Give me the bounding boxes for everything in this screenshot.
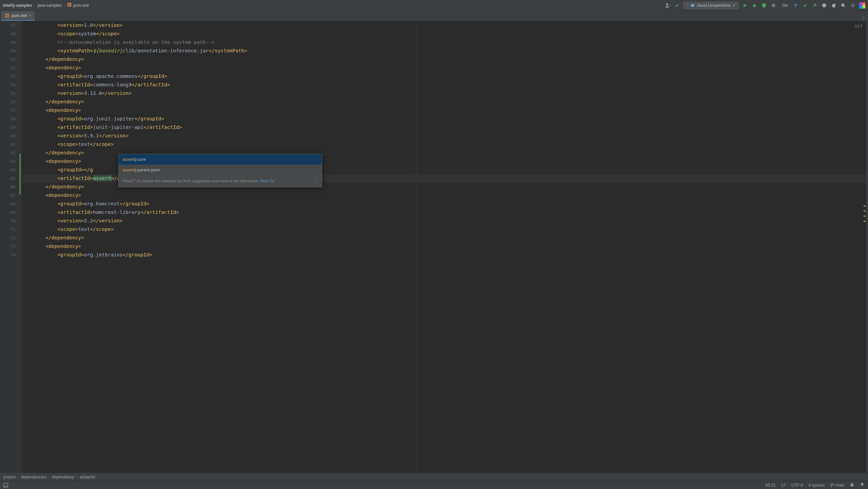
caret-position[interactable]: 65:31 — [766, 483, 776, 488]
run-button[interactable] — [742, 2, 748, 9]
line-number[interactable]: 52 — [0, 64, 16, 72]
line-number-gutter[interactable]: 4748495051525354555657585960616263646566… — [0, 21, 22, 473]
line-number[interactable]: 48 — [0, 30, 16, 38]
line-number[interactable]: 64 — [0, 166, 16, 174]
code-line[interactable]: <artifactId>hamcrest-library</artifactId… — [22, 208, 866, 217]
next-tip-link[interactable]: Next Tip — [260, 177, 275, 185]
breadcrumb-item[interactable]: dependency — [52, 475, 74, 479]
code-line[interactable]: <groupId>org.apache.commons</groupId> — [22, 72, 866, 81]
code-line[interactable]: <groupId>org.hamcrest</groupId> — [22, 200, 866, 208]
code-line[interactable]: <version>1.0</version> — [22, 21, 866, 30]
line-number[interactable]: 63 — [0, 157, 16, 166]
notifications-bell-icon[interactable] — [860, 482, 865, 488]
update-project-button[interactable] — [793, 2, 799, 9]
line-number[interactable]: 49 — [0, 38, 16, 47]
code-line[interactable]: <dependency> — [22, 242, 866, 251]
line-number[interactable]: 57 — [0, 106, 16, 115]
line-number[interactable]: 61 — [0, 140, 16, 149]
line-number[interactable]: 58 — [0, 115, 16, 123]
inspections-off-badge[interactable]: OFF — [855, 22, 863, 31]
line-number[interactable]: 51 — [0, 55, 16, 64]
line-number[interactable]: 47 — [0, 21, 16, 30]
line-number[interactable]: 74 — [0, 251, 16, 259]
line-number[interactable]: 70 — [0, 217, 16, 225]
push-button[interactable] — [812, 2, 818, 9]
code-line[interactable]: </dependency> — [22, 234, 866, 242]
code-line[interactable]: <groupId>org.junit.jupiter</groupId> — [22, 115, 866, 123]
coverage-button[interactable] — [761, 2, 767, 9]
editor-tab-pom[interactable]: m pom.xml × — [1, 11, 35, 21]
breadcrumb-item[interactable]: dependencies — [21, 475, 47, 479]
code-line[interactable]: <scope>system</scope> — [22, 30, 866, 38]
readonly-lock-icon[interactable] — [850, 482, 854, 488]
breadcrumb-item[interactable]: artifactId — [80, 475, 95, 479]
search-everywhere-button[interactable] — [840, 2, 846, 9]
code-line[interactable]: <artifactId>commons-lang3</artifactId> — [22, 81, 866, 89]
tab-overflow-icon[interactable]: ⋮ — [861, 16, 865, 21]
indent-settings[interactable]: 4 spaces — [809, 483, 825, 488]
close-tab-icon[interactable]: × — [29, 13, 31, 18]
line-number[interactable]: 53 — [0, 72, 16, 81]
line-number[interactable]: 68 — [0, 200, 16, 208]
code-line[interactable]: </dependency> — [22, 55, 866, 64]
line-number[interactable]: 54 — [0, 81, 16, 89]
completion-item[interactable]: assertj-core — [119, 154, 322, 165]
warning-marker[interactable] — [864, 221, 866, 222]
line-number[interactable]: 56 — [0, 98, 16, 106]
breadcrumb-root[interactable]: intellij-samples — [3, 3, 32, 8]
run-configuration-selector[interactable]: ✕ Java11Inspections ▼ — [683, 2, 739, 9]
build-hammer-icon[interactable] — [674, 2, 680, 9]
line-number[interactable]: 69 — [0, 208, 16, 217]
breadcrumb-mid[interactable]: java-samples — [38, 3, 62, 8]
more-options-icon[interactable]: ⋮ — [314, 177, 318, 185]
code-line[interactable]: <artifactId>junit-jupiter-api</artifactI… — [22, 123, 866, 132]
file-encoding[interactable]: UTF-8 — [792, 483, 803, 488]
completion-item[interactable]: assertj-parent-pom — [119, 165, 322, 175]
svg-rect-16 — [851, 484, 853, 486]
line-number[interactable]: 73 — [0, 242, 16, 251]
line-number[interactable]: 59 — [0, 123, 16, 132]
code-line[interactable]: <version>2.2</version> — [22, 217, 866, 225]
code-line[interactable]: <groupId>org.jetbrains</groupId> — [22, 251, 866, 259]
revert-button[interactable] — [831, 2, 837, 9]
warning-marker[interactable] — [864, 210, 866, 212]
line-number[interactable]: 55 — [0, 89, 16, 98]
code-line[interactable]: <scope>test</scope> — [22, 225, 866, 234]
editor-area: 4748495051525354555657585960616263646566… — [0, 21, 868, 473]
commit-button[interactable] — [802, 2, 808, 9]
code-editor[interactable]: OFF assertj-core assertj-parent-pom Pres… — [22, 21, 866, 473]
top-navbar: intellij-samples › java-samples › m pom.… — [0, 0, 868, 11]
error-stripe[interactable] — [863, 32, 866, 473]
settings-gear-icon[interactable] — [850, 2, 856, 9]
code-line[interactable]: <version>5.9.1</version> — [22, 132, 866, 140]
code-line[interactable]: <dependency> — [22, 106, 866, 115]
code-line[interactable]: <systemPath>${basedir}/lib/annotation-in… — [22, 47, 866, 55]
code-line[interactable]: <dependency> — [22, 191, 866, 200]
vcs-change-marker[interactable] — [19, 154, 21, 195]
debug-button[interactable] — [751, 2, 758, 9]
line-number[interactable]: 50 — [0, 47, 16, 55]
code-line[interactable]: <scope>test</scope> — [22, 140, 866, 149]
line-number[interactable]: 66 — [0, 183, 16, 191]
line-number[interactable]: 62 — [0, 149, 16, 157]
line-number[interactable]: 72 — [0, 234, 16, 242]
breadcrumb-item[interactable]: project — [3, 475, 16, 479]
code-line[interactable]: <dependency> — [22, 64, 866, 72]
warning-marker[interactable] — [864, 205, 866, 206]
code-line[interactable]: </dependency> — [22, 98, 866, 106]
line-number[interactable]: 71 — [0, 225, 16, 234]
line-separator[interactable]: LF — [781, 483, 786, 488]
warning-marker[interactable] — [864, 216, 866, 217]
code-line[interactable]: <!--Autocompletion is available on the s… — [22, 38, 866, 47]
code-with-me-icon[interactable]: ▾ — [664, 2, 671, 9]
breadcrumb-file[interactable]: pom.xml — [73, 3, 88, 8]
jetbrains-toolbox-icon[interactable] — [859, 2, 865, 9]
line-number[interactable]: 67 — [0, 191, 16, 200]
history-button[interactable] — [821, 2, 827, 9]
tool-window-toggle-icon[interactable] — [3, 483, 8, 488]
code-line[interactable]: <version>3.12.0</version> — [22, 89, 866, 98]
line-number[interactable]: 65 — [0, 174, 16, 183]
git-branch[interactable]: main — [830, 483, 844, 488]
line-number[interactable]: 60 — [0, 132, 16, 140]
stop-button[interactable] — [770, 2, 777, 9]
